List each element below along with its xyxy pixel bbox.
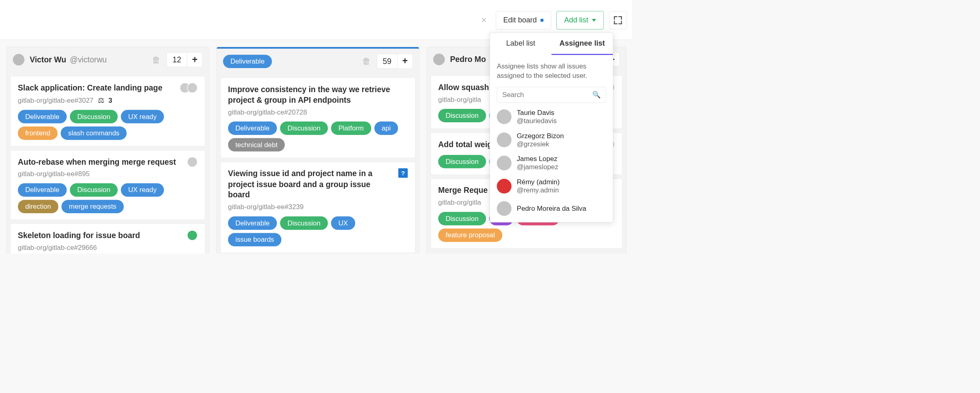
add-card-button[interactable]: + xyxy=(398,54,413,68)
list-count: 12 xyxy=(167,52,187,67)
label-pill[interactable]: Discussion xyxy=(70,110,118,123)
list-count: 59 xyxy=(377,54,398,68)
fullscreen-button[interactable] xyxy=(609,11,627,29)
tab-label-list[interactable]: Label list xyxy=(490,33,552,55)
issue-card[interactable]: Slack application: Create landing page g… xyxy=(10,76,205,146)
label-pill[interactable]: Deliverable xyxy=(228,216,277,230)
search-icon: 🔍 xyxy=(592,91,601,99)
issue-card[interactable]: Improve consistency in the way we retrie… xyxy=(220,77,415,158)
user-handle: @grzesiek xyxy=(517,140,564,148)
user-name: Taurie Davis xyxy=(517,108,557,117)
label-pill[interactable]: Deliverable xyxy=(228,121,277,135)
user-name: Grzegorz Bizon xyxy=(517,132,564,140)
card-title: Viewing issue id and project name in a p… xyxy=(228,168,394,200)
card-title: Skeleton loading for issue board xyxy=(18,230,183,241)
card-ref: gitlab-org/gitlab-ee#3239 xyxy=(228,203,304,211)
avatar xyxy=(497,109,512,124)
add-card-button[interactable]: + xyxy=(187,52,202,67)
add-list-popover: Label list Assignee list Assignee lists … xyxy=(490,33,613,223)
trash-icon[interactable]: 🗑 xyxy=(147,55,164,64)
issue-card[interactable]: Auto-rebase when merging merge request g… xyxy=(10,150,205,220)
board-list-assignee: Victor Wu @victorwu 🗑 12 + Slack applica… xyxy=(6,47,209,254)
list-header: Deliverable 🗑 59 + xyxy=(217,49,419,74)
label-pill[interactable]: direction xyxy=(18,200,59,213)
label-pill[interactable]: Discussion xyxy=(280,216,328,230)
avatar xyxy=(497,156,512,170)
card-ref: gitlab-org/gitlab-ee#895 xyxy=(18,170,90,178)
avatar xyxy=(187,230,198,241)
list-title-name: Pedro Mo xyxy=(450,55,486,64)
user-row[interactable]: Grzegorz Bizon @grzesiek xyxy=(497,132,606,148)
confidential-icon: ? xyxy=(398,168,408,178)
label-pill[interactable]: feature proposal xyxy=(438,228,502,242)
close-icon[interactable]: × xyxy=(477,15,490,26)
card-assignees xyxy=(187,230,198,241)
card-ref: gitlab-org/gitlab-ce#29666 xyxy=(18,243,97,252)
edit-board-button[interactable]: Edit board xyxy=(496,11,552,29)
card-title: Slack application: Create landing page xyxy=(18,83,176,93)
avatar xyxy=(497,201,512,216)
search-input-wrapper[interactable]: 🔍 xyxy=(497,87,606,103)
search-input[interactable] xyxy=(502,91,592,99)
list-title-handle: @victorwu xyxy=(70,55,107,64)
card-weight: 3 xyxy=(108,96,112,104)
card-assignees xyxy=(187,157,198,167)
card-assignees xyxy=(180,83,198,93)
user-handle: @tauriedavis xyxy=(517,117,557,125)
label-pill[interactable]: Deliverable xyxy=(18,183,67,197)
weight-icon xyxy=(98,96,104,104)
label-pill[interactable]: Discussion xyxy=(438,155,486,168)
card-ref: gitlab-org/gitlab-ee#3027 xyxy=(18,96,94,104)
label-pill[interactable]: merge requests xyxy=(62,200,124,213)
issue-card[interactable]: Viewing issue id and project name in a p… xyxy=(220,162,415,253)
list-header: Victor Wu @victorwu 🗑 12 + xyxy=(7,47,209,72)
user-name: Pedro Moreira da Silva xyxy=(517,204,587,212)
label-pill[interactable]: technical debt xyxy=(228,138,285,152)
trash-icon[interactable]: 🗑 xyxy=(358,56,374,66)
avatar xyxy=(187,157,198,167)
add-list-button[interactable]: Add list xyxy=(556,11,604,29)
card-ref: gitlab-org/gitlab-ce#20728 xyxy=(228,108,307,116)
list-title-name: Victor Wu xyxy=(30,55,66,64)
avatar xyxy=(497,179,512,193)
fullscreen-icon xyxy=(614,16,622,24)
issue-card[interactable]: Skeleton loading for issue board gitlab-… xyxy=(10,223,205,254)
tab-assignee-list[interactable]: Assignee list xyxy=(552,33,613,55)
card-title: Improve consistency in the way we retrie… xyxy=(228,84,408,105)
user-handle: @remy.admin xyxy=(517,186,560,194)
user-row[interactable]: Pedro Moreira da Silva xyxy=(497,201,606,216)
label-pill[interactable]: issue boards xyxy=(228,233,281,246)
label-pill[interactable]: Discussion xyxy=(438,109,486,122)
popover-description: Assignee lists show all issues assigned … xyxy=(497,61,606,80)
avatar xyxy=(497,132,512,147)
label-pill[interactable]: Discussion xyxy=(70,183,118,197)
label-pill[interactable]: Deliverable xyxy=(18,110,67,123)
add-list-label: Add list xyxy=(564,16,588,24)
edit-board-label: Edit board xyxy=(503,16,537,24)
label-pill[interactable]: slash commands xyxy=(61,126,127,140)
user-name: James Lopez xyxy=(517,155,558,163)
card-title: Auto-rebase when merging merge request xyxy=(18,157,183,167)
avatar xyxy=(433,54,445,65)
card-ref: gitlab-org/gitla xyxy=(438,95,481,104)
label-pill[interactable]: Discussion xyxy=(280,121,328,135)
changes-dot-icon xyxy=(541,19,544,22)
card-ref: gitlab-org/gitla xyxy=(438,199,481,207)
label-pill[interactable]: UX xyxy=(331,216,355,230)
user-row[interactable]: James Lopez @jameslopez xyxy=(497,155,606,171)
label-pill[interactable]: UX ready xyxy=(121,110,164,123)
user-row[interactable]: Rémy (admin) @remy.admin xyxy=(497,178,606,194)
label-pill[interactable]: Platform xyxy=(331,121,371,135)
avatar xyxy=(13,54,24,65)
list-label-pill: Deliverable xyxy=(223,55,272,68)
user-row[interactable]: Taurie Davis @tauriedavis xyxy=(497,108,606,125)
label-pill[interactable]: Discussion xyxy=(438,212,486,225)
label-pill[interactable]: UX ready xyxy=(121,183,164,197)
user-handle: @jameslopez xyxy=(517,163,558,171)
avatar xyxy=(187,83,198,93)
chevron-down-icon xyxy=(592,19,596,21)
user-name: Rémy (admin) xyxy=(517,178,560,186)
label-pill[interactable]: api xyxy=(374,121,398,135)
label-pill[interactable]: frontend xyxy=(18,126,58,140)
board-list-label: Deliverable 🗑 59 + Improve consistency i… xyxy=(216,47,419,254)
